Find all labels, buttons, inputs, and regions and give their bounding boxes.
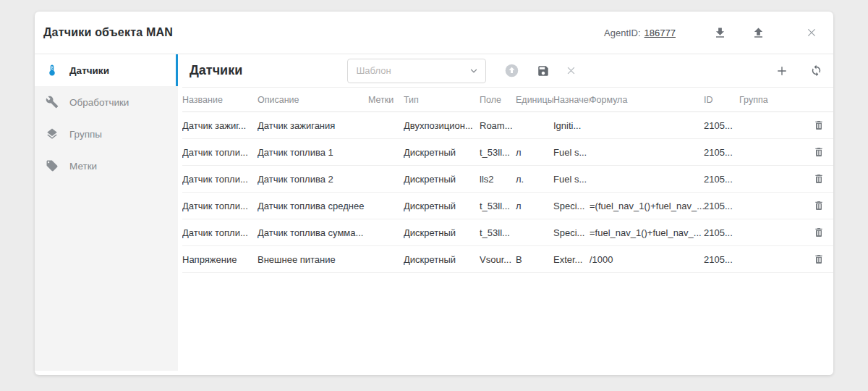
agent-id-label: AgentID: <box>604 28 641 38</box>
table-row[interactable]: Датчик зажиг... Датчик зажигания Двухпоз… <box>182 112 833 139</box>
table-row[interactable]: Напряжение Внешнее питание Дискретный Vs… <box>182 246 833 273</box>
cell-value: Дискретный <box>404 147 456 158</box>
sidebar-item-sensors[interactable]: Датчики <box>35 54 178 86</box>
toolbar: Датчики Шаблон <box>182 54 833 88</box>
column-header[interactable]: Описание <box>258 95 368 105</box>
save-template-button[interactable] <box>535 62 552 80</box>
cell-value: 2105... <box>704 227 733 238</box>
cell-value: Двухпозицион... <box>404 120 473 131</box>
cell-value: Датчик топли... <box>182 201 248 211</box>
cell-value: Дискретный <box>404 254 456 265</box>
close-button[interactable] <box>803 24 820 41</box>
cell-value: Speci... <box>553 201 584 211</box>
sidebar-item-label: Группы <box>69 129 102 140</box>
trash-icon <box>813 173 825 185</box>
cell-value: Датчик топлива сумма... <box>258 227 363 238</box>
cell-value: /1000 <box>590 254 613 265</box>
table-header: Название Описание Метки Тип Поле Единицы… <box>182 88 833 112</box>
cell-value: Speci... <box>553 227 584 238</box>
cell-value: lls2 <box>480 174 494 185</box>
delete-row-button[interactable] <box>812 252 826 266</box>
sidebar-item-label: Метки <box>69 161 97 172</box>
cell-value: Exter... <box>553 254 582 265</box>
table-empty-area <box>182 273 833 375</box>
cell-value: 2105... <box>704 174 733 185</box>
trash-icon <box>813 200 825 211</box>
table-row[interactable]: Датчик топли... Датчик топлива 1 Дискрет… <box>182 139 833 166</box>
cell-value: Датчик топлива 2 <box>258 174 333 185</box>
cell-value: =(fuel_nav_1()+fuel_nav_... <box>590 201 704 211</box>
dialog-header: Датчики объекта MAN AgentID: 186777 <box>35 12 833 54</box>
close-icon <box>806 27 817 38</box>
cell-value: Датчик топлива 1 <box>258 147 333 158</box>
delete-row-button[interactable] <box>812 172 826 186</box>
delete-row-button[interactable] <box>812 118 826 133</box>
agent-id-link[interactable]: 186777 <box>644 28 676 38</box>
cell-value: Датчик топлива среднее <box>258 201 364 211</box>
section-heading: Датчики <box>190 63 242 78</box>
delete-row-button[interactable] <box>812 145 826 159</box>
cell-value: В <box>516 254 522 265</box>
upload-button[interactable] <box>749 23 768 43</box>
add-sensor-button[interactable] <box>773 62 791 80</box>
sidebar-item-tags[interactable]: Метки <box>35 150 178 182</box>
cell-value: л <box>516 201 522 211</box>
column-header[interactable]: Формула <box>590 95 704 105</box>
cell-value: Igniti... <box>553 120 581 131</box>
clear-template-button[interactable] <box>563 63 579 78</box>
delete-row-button[interactable] <box>812 225 826 240</box>
chevron-down-icon <box>469 66 479 76</box>
cell-value: Roam... <box>480 120 513 131</box>
cell-value: Дискретный <box>404 201 456 211</box>
column-header[interactable]: Название <box>182 95 258 105</box>
refresh-icon <box>810 64 822 77</box>
apply-template-button[interactable] <box>502 61 522 80</box>
column-header[interactable]: Тип <box>404 95 480 105</box>
sidebar: Датчики Обработчики Группы Метки <box>35 54 178 371</box>
cell-value: л <box>516 147 522 158</box>
main-panel: Датчики Шаблон <box>178 54 833 375</box>
column-header[interactable]: ID <box>704 95 739 105</box>
save-icon <box>537 64 550 77</box>
column-header[interactable]: Единицы <box>516 95 553 105</box>
download-icon <box>713 26 727 40</box>
page-title: Датчики объекта MAN <box>43 26 173 39</box>
cell-value: л. <box>516 174 524 185</box>
sidebar-item-groups[interactable]: Группы <box>35 118 178 150</box>
dialog-body: Датчики Обработчики Группы Метки <box>35 54 833 375</box>
cell-value: t_53ll... <box>480 147 510 158</box>
column-header[interactable]: Назначение <box>553 95 590 105</box>
trash-icon <box>813 227 825 238</box>
cell-value: Fuel s... <box>553 174 587 185</box>
header-actions: AgentID: 186777 <box>604 23 822 43</box>
trash-icon <box>813 146 825 158</box>
column-header[interactable]: Поле <box>480 95 516 105</box>
download-button[interactable] <box>710 23 730 43</box>
add-icon <box>775 64 788 77</box>
sidebar-item-handlers[interactable]: Обработчики <box>35 86 178 118</box>
template-select-placeholder: Шаблон <box>356 65 469 76</box>
sidebar-item-label: Обработчики <box>69 97 129 108</box>
cell-value: 2105... <box>704 147 733 158</box>
thermometer-icon <box>46 64 59 77</box>
clear-icon <box>566 65 576 76</box>
template-select[interactable]: Шаблон <box>347 59 486 83</box>
cell-value: Fuel s... <box>553 147 587 158</box>
cell-value: Датчик зажиг... <box>182 120 246 131</box>
upload-circle-icon <box>504 63 519 78</box>
delete-row-button[interactable] <box>812 198 826 213</box>
cell-value: Дискретный <box>404 227 456 238</box>
table-body: Датчик зажиг... Датчик зажигания Двухпоз… <box>182 112 833 273</box>
trash-icon <box>813 119 825 131</box>
table-row[interactable]: Датчик топли... Датчик топлива сумма... … <box>182 219 833 246</box>
column-header[interactable]: Группа <box>739 95 799 105</box>
sensors-dialog: Датчики объекта MAN AgentID: 186777 <box>35 12 833 375</box>
cell-value: Дискретный <box>404 174 456 185</box>
layers-icon <box>46 127 59 140</box>
table-row[interactable]: Датчик топли... Датчик топлива среднее Д… <box>182 193 833 219</box>
tag-icon <box>46 159 59 172</box>
cell-value: Датчик топли... <box>182 147 248 158</box>
refresh-button[interactable] <box>808 62 825 79</box>
table-row[interactable]: Датчик топли... Датчик топлива 2 Дискрет… <box>182 166 833 193</box>
column-header[interactable]: Метки <box>368 95 404 105</box>
